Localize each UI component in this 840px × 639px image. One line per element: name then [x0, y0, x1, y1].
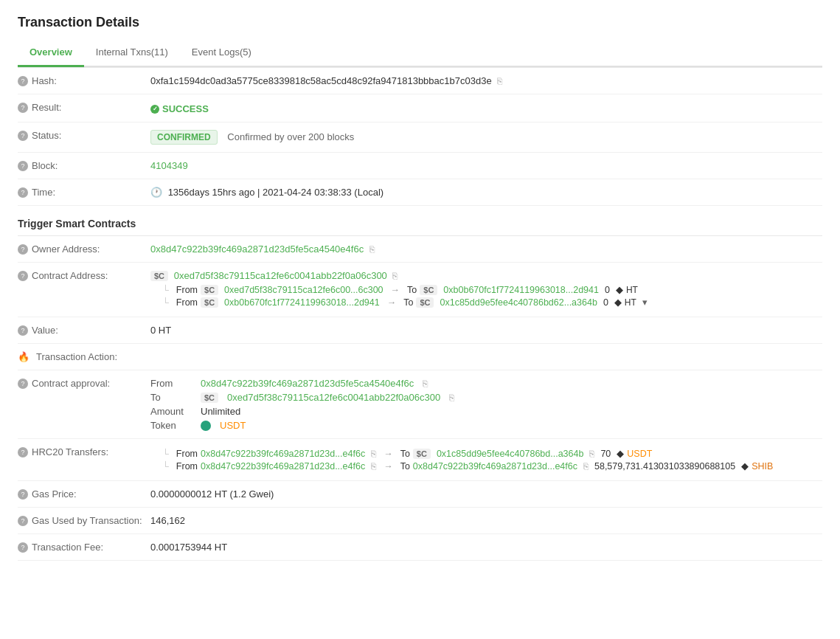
clock-icon: 🕐: [150, 187, 162, 198]
hrc20-transfer-row-2: └ From 0x8d47c922b39fc469a2871d23d...e4f…: [150, 460, 822, 472]
time-label: ? Time:: [18, 187, 150, 198]
hrc20-t1-token-link[interactable]: USDT: [627, 449, 652, 459]
hrc20-t2-from-link[interactable]: 0x8d47c922b39fc469a2871d23d...e4f6c: [201, 461, 365, 472]
hash-value: 0xfa1c1594dc0ad3a5775ce8339818c58ac5cd48…: [150, 75, 822, 86]
block-value: 4104349: [150, 160, 822, 171]
transaction-fee-help-icon[interactable]: ?: [18, 542, 28, 553]
overview-section: ? Hash: 0xfa1c1594dc0ad3a5775ce8339818c5…: [18, 67, 822, 206]
smart-contract-section: ? Owner Address: 0x8d47c922b39fc469a2871…: [18, 235, 822, 561]
ca-from-link[interactable]: 0x8d47c922b39fc469a2871d23d5fe5ca4540e4f…: [201, 378, 414, 389]
time-value: 🕐 1356days 15hrs ago | 2021-04-24 03:38:…: [150, 187, 822, 198]
transaction-fee-value: 0.0001753944 HT: [150, 542, 822, 553]
transfer2-to-link[interactable]: 0x1c85dd9e5fee4c40786bd62...a364b: [440, 297, 597, 308]
hrc20-t1-from-copy[interactable]: ⎘: [371, 449, 376, 459]
contract-transfer-row-2: └ From $C 0xb0b670fc1f7724119963018...2d…: [150, 297, 822, 308]
time-help-icon[interactable]: ?: [18, 187, 28, 198]
transfer2-token-icon: ◆: [614, 297, 622, 308]
gas-price-help-icon[interactable]: ?: [18, 489, 28, 500]
gas-price-value: 0.0000000012 HT (1.2 Gwei): [150, 488, 822, 500]
contract-approval-value: From 0x8d47c922b39fc469a2871d23d5fe5ca45…: [150, 378, 822, 431]
contract-transfer-row-1: └ From $C 0xed7d5f38c79115ca12fe6c00...6…: [150, 284, 822, 295]
contract-address-copy-icon[interactable]: ⎘: [392, 271, 398, 281]
result-value: SUCCESS: [150, 102, 822, 114]
hrc20-t2-to-copy[interactable]: ⎘: [583, 461, 589, 472]
value-row: ? Value: 0 HT: [18, 317, 822, 344]
gas-price-label: ? Gas Price:: [18, 488, 150, 500]
tab-event-logs[interactable]: Event Logs(5): [180, 39, 263, 67]
transfer1-token-icon: ◆: [616, 284, 623, 295]
gas-used-help-icon[interactable]: ?: [18, 516, 28, 526]
hrc20-transfers-value: └ From 0x8d47c922b39fc469a2871d23d...e4f…: [150, 446, 822, 473]
transfer1-from-link[interactable]: 0xed7d5f38c79115ca12fe6c00...6c300: [224, 285, 383, 295]
ca-token-row: Token USDT: [150, 420, 822, 431]
owner-address-label: ? Owner Address:: [18, 243, 150, 255]
gas-used-row: ? Gas Used by Transaction: 146,162: [18, 508, 822, 534]
ca-from-copy-icon[interactable]: ⎘: [423, 379, 428, 389]
contract-approval-help-icon[interactable]: ?: [18, 379, 28, 389]
value-value: 0 HT: [150, 325, 822, 336]
hrc20-transfers-label: ? HRC20 Transfers:: [18, 446, 150, 457]
transfer1-to-link[interactable]: 0xb0b670fc1f7724119963018...2d941: [443, 285, 599, 295]
page-title: Transaction Details: [18, 15, 822, 30]
hash-label: ? Hash:: [18, 75, 150, 86]
success-dot-icon: [150, 105, 159, 114]
hrc20-transfers-row: ? HRC20 Transfers: └ From 0x8d47c922b39f…: [18, 439, 822, 481]
gas-used-label: ? Gas Used by Transaction:: [18, 515, 150, 526]
status-row: ? Status: CONFIRMED Confirmed by over 20…: [18, 122, 822, 153]
smart-contract-title: Trigger Smart Contracts: [18, 206, 822, 235]
result-help-icon[interactable]: ?: [18, 103, 28, 113]
hrc20-transfer-row-1: └ From 0x8d47c922b39fc469a2871d23d...e4f…: [150, 448, 822, 459]
hrc20-t2-to-link[interactable]: 0x8d47c922b39fc469a2871d23d...e4f6c: [413, 461, 577, 472]
hrc20-t2-from-copy[interactable]: ⎘: [371, 461, 376, 472]
hash-help-icon[interactable]: ?: [18, 76, 28, 86]
block-help-icon[interactable]: ?: [18, 161, 28, 171]
success-badge: SUCCESS: [150, 103, 209, 114]
ca-token-link[interactable]: USDT: [220, 420, 246, 431]
hrc20-t1-to-link[interactable]: 0x1c85dd9e5fee4c40786bd...a364b: [437, 449, 584, 459]
transfer2-dropdown-icon[interactable]: ▾: [642, 297, 648, 308]
usdt-token-icon: [201, 421, 211, 431]
hrc20-t2-token-link[interactable]: SHIB: [752, 461, 773, 472]
contract-sc-badge: $C: [150, 271, 168, 281]
transaction-fee-row: ? Transaction Fee: 0.0001753944 HT: [18, 534, 822, 561]
block-row: ? Block: 4104349: [18, 153, 822, 179]
contract-address-value: $C 0xed7d5f38c79115ca12fe6c0041abb22f0a0…: [150, 270, 822, 309]
block-link[interactable]: 4104349: [150, 160, 188, 171]
ca-from-row: From 0x8d47c922b39fc469a2871d23d5fe5ca45…: [150, 378, 822, 389]
confirmed-badge: CONFIRMED: [150, 130, 218, 145]
owner-address-value: 0x8d47c922b39fc469a2871d23d5fe5ca4540e4f…: [150, 243, 822, 255]
confirmed-description: Confirmed by over 200 blocks: [227, 131, 354, 142]
hash-copy-icon[interactable]: ⎘: [497, 76, 502, 86]
status-help-icon[interactable]: ?: [18, 131, 28, 141]
contract-address-row: ? Contract Address: $C 0xed7d5f38c79115c…: [18, 263, 822, 317]
ca-to-link[interactable]: 0xed7d5f38c79115ca12fe6c0041abb22f0a06c3…: [227, 392, 440, 403]
tab-overview[interactable]: Overview: [18, 39, 84, 67]
contract-approval-row: ? Contract approval: From 0x8d47c922b39f…: [18, 370, 822, 439]
block-label: ? Block:: [18, 160, 150, 171]
contract-address-label: ? Contract Address:: [18, 270, 150, 281]
transaction-action-row: 🔥 Transaction Action:: [18, 344, 822, 370]
hrc20-t1-to-copy[interactable]: ⎘: [589, 449, 594, 459]
hrc20-t1-from-link[interactable]: 0x8d47c922b39fc469a2871d23d...e4f6c: [201, 449, 365, 459]
contract-address-link[interactable]: 0xed7d5f38c79115ca12fe6c0041abb22f0a06c3…: [174, 270, 387, 281]
value-label: ? Value:: [18, 325, 150, 336]
owner-address-link[interactable]: 0x8d47c922b39fc469a2871d23d5fe5ca4540e4f…: [150, 243, 364, 255]
tab-bar: Overview Internal Txns(11) Event Logs(5): [18, 39, 822, 67]
owner-address-copy-icon[interactable]: ⎘: [369, 244, 375, 255]
ca-amount-row: Amount Unlimited: [150, 406, 822, 417]
tab-internal-txns[interactable]: Internal Txns(11): [84, 39, 180, 67]
gas-used-value: 146,162: [150, 515, 822, 526]
transfer2-from-link[interactable]: 0xb0b670fc1f7724119963018...2d941: [224, 297, 380, 308]
ca-to-row: To $C 0xed7d5f38c79115ca12fe6c0041abb22f…: [150, 392, 822, 403]
contract-help-icon[interactable]: ?: [18, 271, 28, 281]
hrc20-help-icon[interactable]: ?: [18, 447, 28, 457]
transaction-action-label: 🔥 Transaction Action:: [18, 351, 150, 362]
value-help-icon[interactable]: ?: [18, 325, 28, 336]
contract-approval-label: ? Contract approval:: [18, 378, 150, 389]
owner-address-row: ? Owner Address: 0x8d47c922b39fc469a2871…: [18, 236, 822, 263]
fire-icon: 🔥: [18, 351, 29, 362]
gas-price-row: ? Gas Price: 0.0000000012 HT (1.2 Gwei): [18, 481, 822, 508]
time-row: ? Time: 🕐 1356days 15hrs ago | 2021-04-2…: [18, 179, 822, 206]
owner-help-icon[interactable]: ?: [18, 244, 28, 255]
ca-to-copy-icon[interactable]: ⎘: [449, 393, 454, 403]
